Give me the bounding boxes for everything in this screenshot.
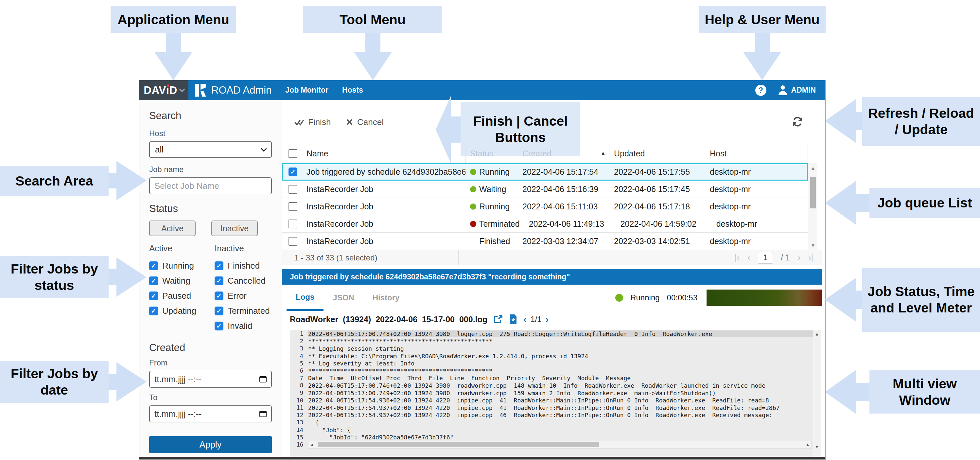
scroll-right-icon[interactable]: ▶ <box>807 442 809 447</box>
row-checkbox[interactable]: ✓ <box>288 202 298 211</box>
callout-finish-cancel: Finish | Cancel Buttons <box>461 102 580 156</box>
log-next-icon[interactable]: › <box>545 314 549 325</box>
created-from-input[interactable]: tt.mm.jjjj --:-- <box>149 371 272 388</box>
checkbox-icon[interactable]: ✓ <box>149 277 158 285</box>
table-row[interactable]: ✓ InstaRecorder Job Waiting 2022-04-06 1… <box>282 181 808 198</box>
scrollbar-thumb[interactable] <box>810 177 816 209</box>
filter-updating[interactable]: ✓Updating <box>149 303 213 318</box>
tab-json[interactable]: JSON <box>323 285 363 311</box>
scroll-left-icon[interactable]: ◀ <box>310 442 313 447</box>
log-line[interactable]: 12022-04-06T15:17:00.748+02:00 13924 398… <box>290 330 821 337</box>
filter-finished[interactable]: ✓Finished <box>215 258 272 273</box>
table-scrollbar[interactable]: ▲ ▼ <box>808 163 817 250</box>
detail-tabs: Logs JSON History Running 00:00:53 <box>282 285 822 311</box>
log-line: 122022-04-06T15:17:54.937+02:00 13924 42… <box>290 412 821 419</box>
chevron-down-icon <box>179 86 185 92</box>
tab-hosts[interactable]: Hosts <box>342 86 363 95</box>
callout-arrow-tail <box>166 33 181 53</box>
open-external-icon[interactable] <box>493 314 503 324</box>
row-checkbox[interactable]: ✓ <box>288 220 298 228</box>
log-vertical-scrollbar[interactable]: ▲ ▼ <box>813 330 821 459</box>
callout-arrow-right <box>116 161 146 200</box>
callout-arrow-left <box>825 277 856 322</box>
filter-waiting[interactable]: ✓Waiting <box>149 273 213 288</box>
table-row[interactable]: ✓ Job triggered by schedule 624d9302ba58… <box>282 163 808 181</box>
log-prev-icon[interactable]: ‹ <box>523 314 527 325</box>
scroll-down-icon[interactable]: ▼ <box>809 242 817 248</box>
calendar-icon[interactable] <box>259 376 267 382</box>
filter-error[interactable]: ✓Error <box>215 288 272 303</box>
column-updated[interactable]: Updated <box>609 144 705 162</box>
scrollbar-thumb[interactable] <box>318 442 599 447</box>
page-number-input[interactable]: 1 <box>758 252 773 264</box>
search-title: Search <box>149 110 272 122</box>
refresh-button[interactable] <box>792 116 803 129</box>
finish-button[interactable]: Finish <box>294 117 331 127</box>
apply-button[interactable]: Apply <box>149 436 272 453</box>
job-updated: 2022-03-03 14:02:51 <box>609 232 705 250</box>
host-select[interactable]: all <box>149 141 272 158</box>
table-row[interactable]: ✓ InstaRecorder Job Running 2022-04-06 1… <box>282 198 808 215</box>
checkbox-icon[interactable]: ✓ <box>215 277 223 285</box>
select-all-checkbox[interactable]: ✓ <box>288 149 298 158</box>
log-line: 92022-04-06T15:17:00.749+02:00 13924 398… <box>290 389 821 397</box>
checkbox-icon[interactable]: ✓ <box>149 261 158 270</box>
log-line: 5** Log severity at least: Info <box>290 360 821 367</box>
inactive-button[interactable]: Inactive <box>211 221 258 236</box>
download-log-icon[interactable] <box>509 314 517 324</box>
next-page-button[interactable]: › <box>798 253 800 263</box>
scroll-up-icon[interactable]: ▲ <box>809 165 817 171</box>
filter-invalid[interactable]: ✓Invalid <box>215 318 272 333</box>
created-to-input[interactable]: tt.mm.jjjj --:-- <box>149 405 272 422</box>
log-line: 112022-04-06T15:17:54.937+02:00 13924 42… <box>290 404 821 412</box>
chevron-down-icon <box>261 146 267 151</box>
callout-filter-status: Filter Jobs by status <box>0 256 108 298</box>
calendar-icon[interactable] <box>259 411 267 417</box>
log-line: 3** Logging session starting <box>290 345 821 352</box>
application-menu-button[interactable]: DAVıD <box>139 80 188 100</box>
checkbox-icon[interactable]: ✓ <box>149 307 158 315</box>
log-content[interactable]: 12022-04-06T15:17:00.748+02:00 13924 398… <box>290 330 821 459</box>
checkbox-icon[interactable]: ✓ <box>215 322 223 330</box>
callout-arrow-tail <box>856 383 869 401</box>
table-row[interactable]: ✓ InstaRecorder Job Terminated 2022-04-0… <box>282 215 808 232</box>
first-page-button[interactable]: |‹ <box>735 253 740 263</box>
status-dot <box>470 204 476 210</box>
scroll-down-icon[interactable]: ▼ <box>813 444 821 449</box>
tab-logs[interactable]: Logs <box>286 285 323 311</box>
job-name-input[interactable]: Select Job Name <box>149 177 272 194</box>
table-rows: ✓ Job triggered by schedule 624d9302ba58… <box>282 163 817 250</box>
row-checkbox[interactable]: ✓ <box>288 167 298 176</box>
help-icon[interactable]: ? <box>755 85 767 96</box>
prev-page-button[interactable]: ‹ <box>748 253 750 263</box>
created-title: Created <box>149 342 272 354</box>
row-checkbox[interactable]: ✓ <box>288 185 298 194</box>
checkbox-icon[interactable]: ✓ <box>215 307 223 315</box>
callout-filter-date: Filter Jobs by date <box>0 361 108 403</box>
filter-terminated[interactable]: ✓Terminated <box>215 303 272 318</box>
active-button[interactable]: Active <box>149 221 196 236</box>
scroll-up-icon[interactable]: ▲ <box>813 331 821 336</box>
user-menu[interactable]: ADMIN <box>778 85 816 95</box>
filter-paused[interactable]: ✓Paused <box>149 288 213 303</box>
log-line: 6***************************************… <box>290 367 821 375</box>
log-horizontal-scrollbar[interactable]: ◀ ▶ <box>308 441 811 449</box>
cancel-button[interactable]: ✕ Cancel <box>346 117 384 127</box>
column-host[interactable]: Host <box>705 144 808 162</box>
log-page: 1/1 <box>531 315 541 324</box>
tab-job-monitor[interactable]: Job Monitor <box>285 86 328 95</box>
job-updated: 2022-04-06 15:17:18 <box>609 198 705 215</box>
table-row[interactable]: ✓ InstaRecorder Job Finished 2022-03-03 … <box>282 232 808 250</box>
last-page-button[interactable]: ›| <box>808 253 813 263</box>
filter-cancelled[interactable]: ✓Cancelled <box>215 273 272 288</box>
checkbox-icon[interactable]: ✓ <box>215 291 223 300</box>
checkbox-icon[interactable]: ✓ <box>149 291 158 300</box>
log-line: 82022-04-06T15:17:00.746+02:00 13924 398… <box>290 382 821 389</box>
filter-running[interactable]: ✓Running <box>149 258 213 273</box>
job-queue-table: ✓ Name Status Created▲ Updated Host ✓ Jo… <box>282 144 817 250</box>
tab-history[interactable]: History <box>363 285 409 311</box>
checkbox-icon[interactable]: ✓ <box>215 261 223 270</box>
pagination-bar: 1 - 33 of 33 (1 selected) |‹ ‹ 1 / 1 › ›… <box>282 250 822 265</box>
callout-arrow-tail <box>108 173 116 188</box>
row-checkbox[interactable]: ✓ <box>288 237 298 246</box>
